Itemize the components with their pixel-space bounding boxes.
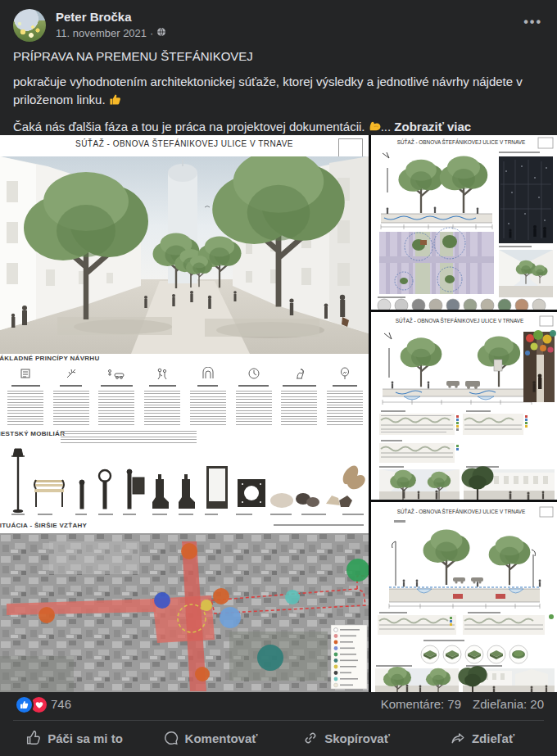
post-date[interactable]: 11. november 2021 [56, 27, 147, 39]
comment-button[interactable]: Komentovať [143, 722, 278, 754]
principles-heading: ZÁKLADNÉ PRINCÍPY NÁVRHU [0, 355, 100, 362]
post-line-1: PRÍPRAVA NA PREMENU ŠTEFÁNIKOVEJ [13, 48, 544, 66]
comments-count[interactable]: Komentáre: 79 [381, 697, 461, 711]
principle-item [5, 367, 46, 427]
photo-board-3[interactable]: SÚŤAŽ - OBNOVA ŠTEFÁNIKOVEJ ULICE V TRNA… [371, 502, 557, 692]
principle-item [142, 367, 183, 427]
globe-privacy-icon [156, 27, 166, 39]
principle-item [51, 367, 92, 427]
copy-link-button[interactable]: Skopírovať [278, 722, 414, 754]
map-credit-line [274, 524, 364, 526]
post-header: Peter Bročka 11. november 2021 · ••• [0, 0, 557, 49]
situacia-heading: SITUÁCIA - ŠIRŠIE VZŤAHY [0, 522, 87, 529]
people-icon [156, 367, 169, 380]
principles-row [5, 367, 365, 427]
comment-bubble-icon [164, 731, 179, 745]
arch-passage-icon [202, 367, 215, 380]
vegetation-icon [338, 367, 351, 380]
post-text: PRÍPRAVA NA PREMENU ŠTEFÁNIKOVEJ pokraču… [13, 48, 544, 145]
thumbs-up-emoji [109, 93, 121, 111]
board-1-title: SÚŤAŽ - OBNOVA ŠTEFÁNIKOVEJ ULICE V TRNA… [397, 138, 526, 145]
map-legend [331, 625, 367, 689]
post-meta: 11. november 2021 · [56, 27, 166, 39]
action-bar: Páči sa mi to Komentovať Skopírovať Zdie… [7, 722, 550, 754]
photo-grid: SÚŤAŽ - OBNOVA ŠTEFÁNIKOVEJ ULICE V TRNA… [0, 135, 557, 692]
like-reaction-icon [15, 695, 34, 714]
board-2-title: SÚŤAŽ - OBNOVA ŠTEFÁNIKOVEJ ULICE V TRNA… [396, 317, 524, 324]
board-3-graphics: SÚŤAŽ - OBNOVA ŠTEFÁNIKOVEJ ULICE V TRNA… [371, 502, 557, 692]
page-number-box [338, 138, 363, 157]
principle-item [324, 367, 365, 427]
mobiliar-heading: MESTSKÝ MOBILIÁR [0, 430, 65, 437]
main-board-title: SÚŤAŽ - OBNOVA ŠTEFÁNIKOVEJ ULICE V TRNA… [0, 139, 369, 148]
board-2-graphics: SÚŤAŽ - OBNOVA ŠTEFÁNIKOVEJ ULICE V TRNA… [371, 312, 557, 500]
thumbs-up-outline-icon [26, 731, 41, 745]
photo-board-2[interactable]: SÚŤAŽ - OBNOVA ŠTEFÁNIKOVEJ ULICE V TRNA… [371, 312, 557, 500]
climate-icon [247, 367, 260, 380]
aerial-map-image [0, 533, 369, 692]
context-icon [19, 367, 32, 380]
mobiliar-paragraph [61, 431, 197, 445]
facebook-post-card: Peter Bročka 11. november 2021 · ••• PRÍ… [0, 0, 557, 756]
shared-space-icon [107, 367, 125, 380]
share-button[interactable]: Zdieľať [414, 722, 550, 754]
principle-item [188, 367, 229, 427]
see-more-link[interactable]: Zobraziť viac [394, 120, 471, 134]
photo-main-board[interactable]: SÚŤAŽ - OBNOVA ŠTEFÁNIKOVEJ ULICE V TRNA… [0, 135, 369, 692]
reaction-icons[interactable] [15, 695, 48, 714]
avatar[interactable] [13, 9, 46, 42]
shares-count[interactable]: Zdieľania: 20 [473, 697, 544, 711]
board-1-graphics: SÚŤAŽ - OBNOVA ŠTEFÁNIKOVEJ ULICE V TRNA… [371, 135, 557, 310]
footer-divider [13, 720, 544, 721]
like-button[interactable]: Páči sa mi to [7, 722, 143, 754]
reactions-row: 746 Komentáre: 79 Zdieľania: 20 [0, 693, 557, 719]
photo-board-1[interactable]: SÚŤAŽ - OBNOVA ŠTEFÁNIKOVEJ ULICE V TRNA… [371, 135, 557, 310]
post-line-2: pokračuje vyhodnotením architektonickej … [13, 73, 544, 111]
comment-share-counts: Komentáre: 79 Zdieľania: 20 [381, 697, 544, 711]
share-arrow-icon [451, 731, 465, 745]
principle-item [96, 367, 137, 427]
reaction-count[interactable]: 746 [51, 697, 71, 711]
principle-item [278, 367, 319, 427]
street-furniture-row [0, 446, 369, 520]
monument-icon [292, 367, 306, 380]
post-menu-button[interactable]: ••• [523, 15, 542, 29]
meta-separator: · [150, 27, 153, 39]
branch-icon [65, 367, 78, 380]
link-icon [303, 731, 318, 745]
street-render-image [0, 156, 369, 354]
author-name[interactable]: Peter Bročka [56, 10, 132, 24]
board-3-title: SÚŤAŽ - OBNOVA ŠTEFÁNIKOVEJ ULICE V TRNA… [397, 508, 526, 514]
principle-item [233, 367, 274, 427]
